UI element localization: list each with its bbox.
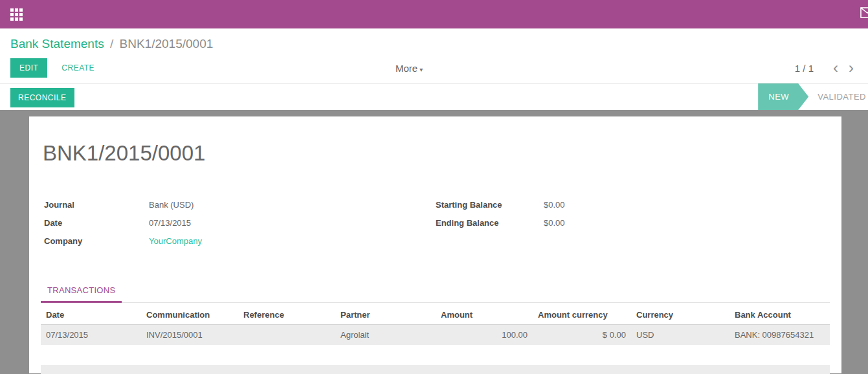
ending-balance-label: Ending Balance — [436, 218, 544, 228]
cell-currency: USD — [631, 325, 729, 346]
col-header-amount-currency: Amount currency — [533, 305, 631, 325]
table-row[interactable]: 07/13/2015 INV/2015/0001 Agrolait 100.00… — [41, 325, 830, 346]
more-dropdown-label: More — [395, 63, 417, 74]
messages-envelope-icon[interactable] — [860, 7, 868, 21]
date-field-label: Date — [44, 218, 149, 228]
cell-amount-currency: $ 0.00 — [533, 325, 631, 346]
breadcrumb: Bank Statements / BNK1/2015/0001 — [0, 28, 868, 54]
chevron-down-icon: ▾ — [419, 66, 423, 73]
col-header-amount: Amount — [436, 305, 533, 325]
cell-amount: 100.00 — [436, 325, 533, 346]
pager: 1 / 1 ‹ › — [795, 61, 859, 74]
ending-balance-value: $0.00 — [544, 218, 565, 228]
cell-partner: Agrolait — [335, 325, 436, 346]
create-button[interactable]: CREATE — [58, 63, 98, 73]
col-header-communication: Communication — [141, 305, 238, 325]
transactions-table: Date Communication Reference Partner Amo… — [41, 305, 830, 345]
company-field-link[interactable]: YourCompany — [149, 236, 202, 246]
empty-notes-area — [41, 365, 830, 374]
tab-bar: TRANSACTIONS — [41, 284, 830, 303]
col-header-bank-account: Bank Account — [729, 305, 830, 325]
notebook: TRANSACTIONS Date Communication Referenc… — [41, 284, 830, 374]
col-header-reference: Reference — [238, 305, 335, 325]
pager-next-icon[interactable]: › — [843, 61, 859, 74]
field-group-right: Starting Balance $0.00 Ending Balance $0… — [436, 195, 565, 250]
journal-field-value: Bank (USD) — [149, 200, 194, 210]
statusbar: RECONCILE NEW VALIDATED — [0, 83, 868, 110]
cell-reference — [238, 325, 335, 346]
journal-field-label: Journal — [44, 200, 149, 210]
edit-button[interactable]: EDIT — [10, 58, 47, 78]
more-dropdown[interactable]: More▾ — [395, 63, 423, 74]
pager-value: 1 / 1 — [795, 63, 814, 74]
col-header-date: Date — [41, 305, 141, 325]
status-state-new[interactable]: NEW — [758, 83, 808, 110]
status-state-validated[interactable]: VALIDATED — [808, 92, 868, 102]
breadcrumb-separator: / — [107, 37, 116, 50]
status-pipeline: NEW VALIDATED — [758, 83, 868, 110]
field-groups: Journal Bank (USD) Date 07/13/2015 Compa… — [41, 195, 830, 250]
date-field-value: 07/13/2015 — [149, 218, 191, 228]
apps-menu-icon[interactable] — [10, 8, 23, 21]
reconcile-button[interactable]: RECONCILE — [10, 88, 74, 107]
starting-balance-value: $0.00 — [544, 200, 565, 210]
cell-date: 07/13/2015 — [41, 325, 141, 346]
company-field-label: Company — [44, 236, 149, 246]
field-group-left: Journal Bank (USD) Date 07/13/2015 Compa… — [44, 195, 436, 250]
pager-previous-icon[interactable]: ‹ — [828, 61, 843, 74]
breadcrumb-parent-link[interactable]: Bank Statements — [10, 37, 104, 50]
col-header-partner: Partner — [335, 305, 436, 325]
table-header-row: Date Communication Reference Partner Amo… — [41, 305, 830, 325]
top-navbar — [0, 0, 868, 28]
form-sheet: BNK1/2015/0001 Journal Bank (USD) Date 0… — [29, 116, 841, 373]
record-title: BNK1/2015/0001 — [41, 116, 830, 166]
form-view-background: BNK1/2015/0001 Journal Bank (USD) Date 0… — [0, 110, 868, 373]
tab-transactions[interactable]: TRANSACTIONS — [41, 285, 122, 303]
cell-bank-account: BANK: 00987654321 — [729, 325, 830, 346]
control-panel: Bank Statements / BNK1/2015/0001 EDIT CR… — [0, 28, 868, 83]
starting-balance-label: Starting Balance — [436, 200, 544, 210]
cell-communication: INV/2015/0001 — [141, 325, 238, 346]
col-header-currency: Currency — [631, 305, 729, 325]
breadcrumb-current: BNK1/2015/0001 — [120, 37, 214, 50]
